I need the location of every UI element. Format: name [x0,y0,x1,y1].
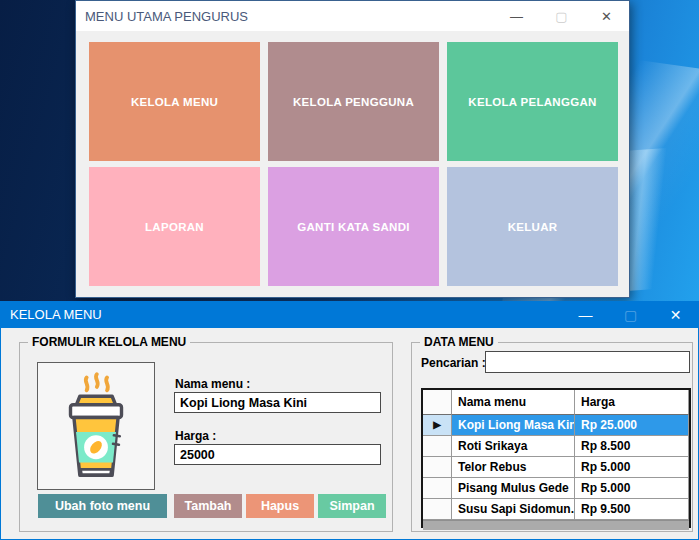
maximize-icon[interactable]: ▢ [608,301,653,328]
data-menu-groupbox: DATA MENU Pencarian : Nama menu Harga ▶ … [411,342,693,532]
menu-button[interactable]: GANTI KATA SANDI [268,167,439,286]
column-header-harga[interactable]: Harga [575,390,689,415]
formulir-kelola-menu-groupbox: FORMULIR KELOLA MENU [19,342,393,532]
close-icon[interactable]: ✕ [584,1,629,31]
form-button[interactable]: Simpan [318,494,386,518]
form-button[interactable]: Hapus [246,494,314,518]
close-icon[interactable]: ✕ [653,301,698,328]
menu-button[interactable]: LAPORAN [89,167,260,286]
row-header-cell[interactable]: ▶ [423,415,452,436]
menu-button-label: GANTI KATA SANDI [297,221,410,233]
column-header-nama-menu[interactable]: Nama menu [452,390,575,415]
menu-photo-box [37,362,155,490]
cell-harga[interactable]: Rp 9.500 [575,499,689,520]
pencarian-input[interactable] [485,351,690,373]
desktop-wallpaper: MENU UTAMA PENGURUS — ▢ ✕ KELOLA MENUKEL… [0,0,699,540]
nama-menu-label: Nama menu : [175,377,250,391]
row-header-cell[interactable]: ▶ [423,499,452,520]
kelola-window-titlebar: KELOLA MENU — ▢ ✕ [1,301,698,328]
menu-button-label: KELUAR [508,221,558,233]
selected-row-arrow-icon: ▶ [433,420,441,430]
table-corner-cell [423,390,452,415]
table-row[interactable]: ▶ Kopi Liong Masa Kini Rp 25.000 [423,415,689,436]
minimize-icon[interactable]: — [563,301,608,328]
cell-harga[interactable]: Rp 5.000 [575,457,689,478]
cell-nama-menu[interactable]: Telor Rebus [452,457,575,478]
row-header-cell[interactable]: ▶ [423,457,452,478]
menu-utama-window: MENU UTAMA PENGURUS — ▢ ✕ KELOLA MENUKEL… [75,0,630,298]
table-row[interactable]: ▶ Telor Rebus Rp 5.000 [423,457,689,478]
menu-window-titlebar: MENU UTAMA PENGURUS — ▢ ✕ [76,1,629,31]
data-menu-table: Nama menu Harga ▶ Kopi Liong Masa Kini R… [421,388,691,528]
menu-window-title: MENU UTAMA PENGURUS [85,9,248,24]
menu-button-label: KELOLA MENU [131,96,218,108]
kelola-window-controls: — ▢ ✕ [563,301,698,328]
row-header-cell[interactable]: ▶ [423,436,452,457]
menu-button-label: KELOLA PELANGGAN [468,96,596,108]
table-row[interactable]: ▶ Susu Sapi Sidomun... Rp 9.500 [423,499,689,520]
menu-button[interactable]: KELUAR [447,167,618,286]
cell-nama-menu[interactable]: Kopi Liong Masa Kini [452,415,575,436]
form-button-label: Simpan [329,499,374,513]
cell-nama-menu[interactable]: Susu Sapi Sidomun... [452,499,575,520]
menu-button-label: LAPORAN [145,221,204,233]
menu-button[interactable]: KELOLA MENU [89,42,260,161]
maximize-icon[interactable]: ▢ [539,1,584,31]
coffee-cup-illustration [45,369,147,483]
kelola-window-title: KELOLA MENU [10,307,102,322]
form-button-label: Tambah [185,499,232,513]
table-row[interactable]: ▶ Roti Srikaya Rp 8.500 [423,436,689,457]
menu-button[interactable]: KELOLA PELANGGAN [447,42,618,161]
harga-label: Harga : [175,429,216,443]
formulir-group-title: FORMULIR KELOLA MENU [28,335,190,349]
menu-button-label: KELOLA PENGGUNA [293,96,414,108]
form-button[interactable]: Tambah [174,494,242,518]
form-button-label: Hapus [261,499,299,513]
cell-harga[interactable]: Rp 5.000 [575,478,689,499]
cell-nama-menu[interactable]: Pisang Mulus Gede [452,478,575,499]
nama-menu-input[interactable] [174,392,381,413]
table-horizontal-scrollbar[interactable] [423,520,689,530]
form-button[interactable]: Ubah foto menu [38,494,167,518]
minimize-icon[interactable]: — [494,1,539,31]
menu-window-controls: — ▢ ✕ [494,1,629,31]
form-action-buttons: Ubah foto menuTambahHapusSimpan [38,494,390,518]
cell-harga[interactable]: Rp 25.000 [575,415,689,436]
form-button-label: Ubah foto menu [55,499,150,513]
cell-harga[interactable]: Rp 8.500 [575,436,689,457]
kelola-menu-window: KELOLA MENU — ▢ ✕ FORMULIR KELOLA MENU [0,301,699,540]
data-menu-group-title: DATA MENU [420,335,498,349]
kelola-window-content: FORMULIR KELOLA MENU [1,328,698,539]
pencarian-label: Pencarian : [421,356,486,370]
harga-input[interactable] [174,444,381,465]
menu-button[interactable]: KELOLA PENGGUNA [268,42,439,161]
table-row[interactable]: ▶ Pisang Mulus Gede Rp 5.000 [423,478,689,499]
row-header-cell[interactable]: ▶ [423,478,452,499]
menu-buttons-grid: KELOLA MENUKELOLA PENGGUNAKELOLA PELANGG… [89,42,618,286]
table-header-row: Nama menu Harga [423,390,689,415]
cell-nama-menu[interactable]: Roti Srikaya [452,436,575,457]
